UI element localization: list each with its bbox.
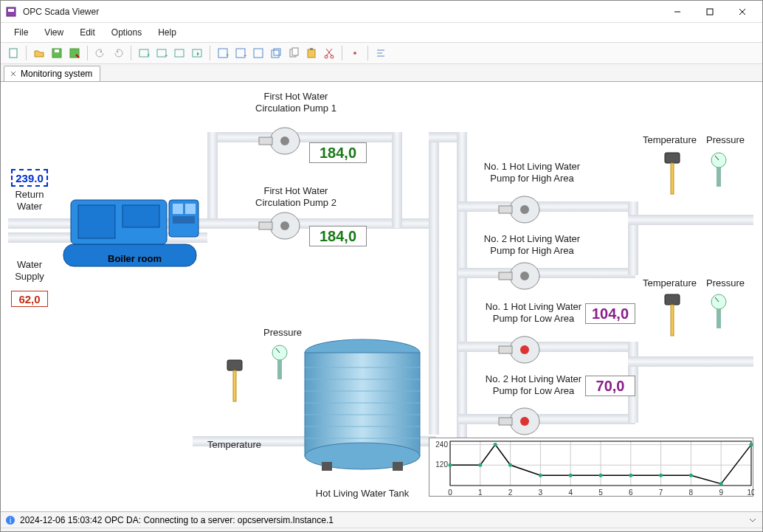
window-add-icon[interactable]: +: [215, 45, 231, 61]
page-icon[interactable]: [171, 45, 187, 61]
svg-rect-41: [173, 216, 195, 224]
temperature-sensor-bot: [663, 293, 681, 337]
label-pump1: First Hot Water Circulation Pump 1: [237, 91, 355, 115]
svg-text:+: +: [226, 52, 229, 59]
label-return-water: Return Water: [11, 189, 48, 213]
svg-rect-85: [665, 294, 680, 305]
menu-options[interactable]: Options: [104, 26, 149, 39]
svg-point-120: [599, 474, 603, 477]
pump-lo1-graphic: [495, 331, 547, 368]
delete-icon[interactable]: [347, 45, 363, 61]
svg-point-118: [539, 474, 542, 477]
menu-help[interactable]: Help: [151, 26, 184, 39]
tab-bar: Monitoring system: [1, 64, 762, 82]
readout-return-water: 239.0: [11, 169, 48, 187]
minimize-button[interactable]: [662, 2, 693, 21]
svg-rect-24: [292, 48, 298, 55]
svg-text:+: +: [147, 52, 150, 59]
svg-point-47: [280, 221, 289, 230]
tab-label: Monitoring system: [21, 69, 92, 79]
pump1-graphic: [255, 122, 307, 159]
page-arrow-icon[interactable]: [189, 45, 205, 61]
label-pressure-tank: Pressure: [263, 327, 302, 339]
svg-point-50: [520, 205, 529, 214]
align-icon[interactable]: [373, 45, 389, 61]
window-stack-icon[interactable]: [268, 45, 284, 61]
label-hi2: No. 2 Hot Living Water Pump for High Are…: [477, 233, 587, 258]
pump2-graphic: [255, 207, 307, 244]
svg-rect-80: [665, 153, 680, 163]
new-icon[interactable]: [5, 45, 21, 61]
time-bar: 06.12.2024 15:03:49: [1, 528, 762, 532]
svg-rect-52: [499, 272, 512, 280]
svg-rect-86: [671, 305, 674, 336]
svg-point-125: [750, 443, 753, 446]
readout-pump1: 184,0: [309, 142, 367, 163]
cut-icon[interactable]: [321, 45, 337, 61]
menu-edit[interactable]: Edit: [72, 26, 103, 39]
title-bar: OPC Scada Viewer: [1, 1, 762, 23]
save-as-icon[interactable]: [66, 45, 83, 61]
info-icon: i: [5, 515, 15, 525]
svg-rect-43: [259, 137, 272, 145]
svg-point-44: [280, 137, 289, 145]
svg-text:0: 0: [448, 488, 452, 497]
menu-view[interactable]: View: [37, 26, 71, 39]
svg-point-121: [629, 474, 632, 477]
svg-rect-20: [254, 49, 263, 58]
svg-rect-74: [277, 360, 282, 379]
svg-text:240: 240: [435, 441, 448, 449]
paste-icon[interactable]: [303, 45, 320, 61]
svg-rect-25: [308, 49, 315, 58]
svg-text:i: i: [10, 517, 11, 525]
maximize-button[interactable]: [694, 2, 725, 21]
status-bar: i 2024-12-06 15:03:42 OPC DA: Connecting…: [1, 511, 762, 528]
temperature-sensor-tank: [226, 359, 244, 403]
tank-graphic: [300, 336, 425, 473]
tab-monitoring[interactable]: Monitoring system: [4, 66, 100, 81]
svg-rect-71: [393, 462, 403, 471]
readout-lo1: 104,0: [585, 303, 635, 324]
svg-text:5: 5: [598, 488, 603, 497]
svg-point-119: [569, 474, 573, 477]
add-page-icon[interactable]: +: [136, 45, 152, 61]
chart: 012345678910120240: [429, 438, 753, 497]
svg-text:8: 8: [689, 488, 694, 497]
tab-close-icon[interactable]: [9, 69, 18, 78]
time-value: 06.12.2024 15:03:49: [11, 530, 92, 533]
label-water-supply: Water Supply: [11, 259, 48, 283]
svg-rect-81: [671, 163, 674, 194]
pump-hi2-graphic: [495, 258, 547, 294]
open-icon[interactable]: [31, 45, 47, 61]
svg-rect-79: [717, 167, 721, 187]
menu-file[interactable]: File: [7, 26, 35, 39]
toolbar: + − + −: [1, 43, 762, 64]
svg-rect-8: [55, 49, 59, 52]
status-dropdown-icon[interactable]: [748, 515, 758, 525]
svg-point-117: [508, 463, 512, 467]
window-icon[interactable]: [250, 45, 266, 61]
label-press-bot: Pressure: [706, 277, 745, 289]
svg-text:7: 7: [659, 488, 663, 497]
svg-rect-21: [272, 50, 279, 58]
undo-icon[interactable]: [92, 45, 108, 61]
copy-icon[interactable]: [286, 45, 302, 61]
close-button[interactable]: [727, 2, 758, 21]
pressure-gauge-bot: [709, 293, 728, 330]
svg-point-122: [659, 474, 663, 477]
save-icon[interactable]: [49, 45, 65, 61]
scada-canvas: Boiler room First Hot Water Circulation …: [1, 82, 762, 511]
svg-text:120: 120: [435, 460, 448, 469]
svg-text:2: 2: [508, 488, 513, 497]
svg-rect-14: [175, 49, 184, 57]
remove-page-icon[interactable]: −: [153, 45, 170, 61]
svg-point-115: [478, 463, 482, 467]
redo-icon[interactable]: [110, 45, 126, 61]
window-title: OPC Scada Viewer: [23, 7, 662, 17]
label-tank: Hot Living Water Tank: [311, 488, 414, 500]
temperature-sensor-top: [663, 151, 681, 196]
label-temperature-tank: Temperature: [207, 439, 261, 451]
svg-rect-70: [322, 462, 332, 471]
window-remove-icon[interactable]: −: [232, 45, 249, 61]
svg-rect-26: [310, 48, 313, 50]
